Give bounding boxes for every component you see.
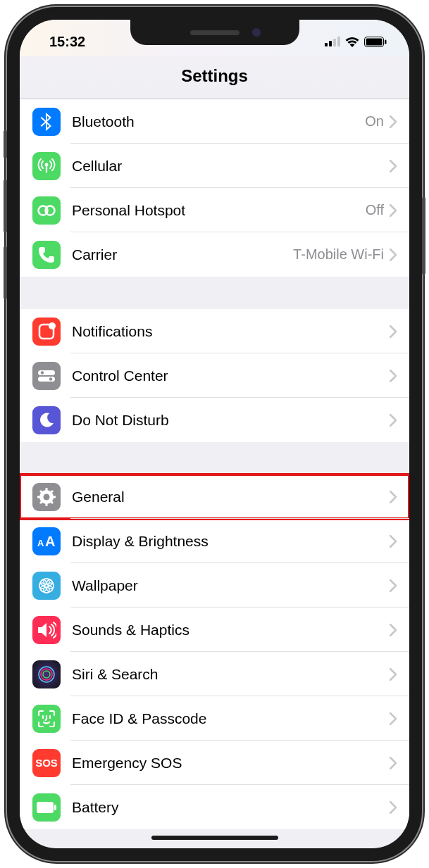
row-display-brightness[interactable]: A A Display & Brightness: [20, 519, 409, 563]
row-value: Off: [366, 202, 384, 218]
gear-icon: [32, 483, 61, 511]
text-size-icon: A A: [32, 527, 61, 555]
speaker-icon: [32, 616, 61, 644]
chevron-right-icon: [390, 579, 397, 592]
chevron-right-icon: [390, 712, 397, 725]
row-bluetooth[interactable]: Bluetooth On: [20, 99, 409, 144]
row-control-center[interactable]: Control Center: [20, 353, 409, 398]
svg-point-14: [41, 371, 44, 374]
row-label: Wallpaper: [72, 577, 390, 594]
row-label: Do Not Disturb: [72, 412, 390, 429]
row-label: General: [72, 489, 390, 505]
chevron-right-icon: [390, 668, 397, 681]
svg-line-24: [51, 501, 53, 503]
bluetooth-icon: [32, 108, 61, 136]
svg-text:A: A: [45, 534, 55, 549]
svg-rect-2: [333, 39, 336, 46]
row-cellular[interactable]: Cellular: [20, 144, 409, 188]
row-battery[interactable]: Battery: [20, 785, 409, 829]
hotspot-icon: [32, 196, 61, 225]
chevron-right-icon: [390, 801, 397, 814]
row-do-not-disturb[interactable]: Do Not Disturb: [20, 398, 409, 442]
row-value: T-Mobile Wi-Fi: [293, 246, 384, 263]
row-label: Display & Brightness: [72, 533, 390, 550]
row-label: Notifications: [72, 323, 390, 340]
chevron-right-icon: [390, 249, 397, 261]
chevron-right-icon: [390, 115, 397, 128]
row-label: Emergency SOS: [72, 755, 390, 772]
mute-switch: [4, 130, 7, 158]
svg-rect-15: [38, 377, 55, 382]
chevron-right-icon: [390, 204, 397, 217]
notifications-icon: [32, 317, 61, 346]
svg-point-40: [43, 671, 50, 678]
chevron-right-icon: [390, 491, 397, 503]
row-emergency-sos[interactable]: SOS Emergency SOS: [20, 741, 409, 785]
row-label: Personal Hotspot: [72, 202, 366, 219]
settings-group-alerts: Notifications Control Center: [20, 309, 409, 442]
svg-rect-0: [325, 43, 328, 46]
row-label: Face ID & Passcode: [72, 710, 390, 727]
face-id-icon: [32, 705, 61, 733]
sos-icon: SOS: [32, 749, 61, 777]
chevron-right-icon: [390, 160, 397, 172]
row-general[interactable]: General: [20, 474, 409, 519]
battery-icon: [364, 37, 387, 47]
svg-rect-1: [329, 41, 332, 46]
row-value: On: [365, 113, 384, 130]
chevron-right-icon: [390, 325, 397, 338]
page-title: Settings: [20, 56, 409, 99]
notch: [130, 20, 299, 45]
phone-icon: [32, 241, 61, 269]
svg-rect-44: [37, 802, 54, 813]
row-label: Sounds & Haptics: [72, 622, 390, 639]
svg-point-16: [49, 377, 52, 380]
power-button: [422, 197, 425, 275]
cellular-signal-icon: [325, 37, 340, 46]
svg-rect-6: [385, 39, 387, 44]
svg-point-12: [49, 322, 56, 329]
phone-frame: 15:32: [7, 7, 422, 861]
row-sounds-haptics[interactable]: Sounds & Haptics: [20, 608, 409, 652]
control-center-icon: [32, 362, 61, 390]
svg-line-26: [40, 501, 42, 503]
chevron-right-icon: [390, 535, 397, 548]
row-label: Cellular: [72, 158, 390, 175]
wifi-icon: [344, 36, 360, 47]
svg-line-25: [51, 491, 53, 493]
battery-row-icon: [32, 793, 61, 822]
row-label: Control Center: [72, 367, 390, 384]
svg-text:SOS: SOS: [35, 757, 58, 769]
row-personal-hotspot[interactable]: Personal Hotspot Off: [20, 188, 409, 232]
row-label: Siri & Search: [72, 666, 390, 683]
chevron-right-icon: [390, 757, 397, 769]
svg-rect-5: [366, 38, 383, 45]
row-label: Carrier: [72, 246, 293, 263]
svg-rect-8: [46, 165, 47, 172]
svg-rect-13: [38, 370, 55, 375]
wallpaper-icon: [32, 572, 61, 600]
svg-line-23: [40, 491, 42, 493]
chevron-right-icon: [390, 370, 397, 382]
row-siri-search[interactable]: Siri & Search: [20, 652, 409, 696]
row-wallpaper[interactable]: Wallpaper: [20, 563, 409, 608]
svg-rect-45: [54, 805, 56, 810]
siri-icon: [32, 660, 61, 688]
screen: 15:32: [20, 20, 409, 848]
home-indicator[interactable]: [151, 836, 278, 840]
row-notifications[interactable]: Notifications: [20, 309, 409, 353]
svg-text:A: A: [37, 538, 44, 548]
row-label: Battery: [72, 799, 390, 816]
row-face-id-passcode[interactable]: Face ID & Passcode: [20, 696, 409, 741]
chevron-right-icon: [390, 414, 397, 427]
moon-icon: [32, 406, 61, 434]
volume-down-button: [4, 246, 7, 299]
svg-rect-3: [337, 37, 340, 46]
row-carrier[interactable]: Carrier T-Mobile Wi-Fi: [20, 232, 409, 277]
settings-group-system: General A A Display & Brightness: [20, 474, 409, 829]
row-label: Bluetooth: [72, 113, 365, 130]
volume-up-button: [4, 180, 7, 232]
status-time: 15:32: [49, 34, 85, 50]
cellular-icon: [32, 152, 61, 180]
settings-group-connectivity: Bluetooth On: [20, 99, 409, 277]
